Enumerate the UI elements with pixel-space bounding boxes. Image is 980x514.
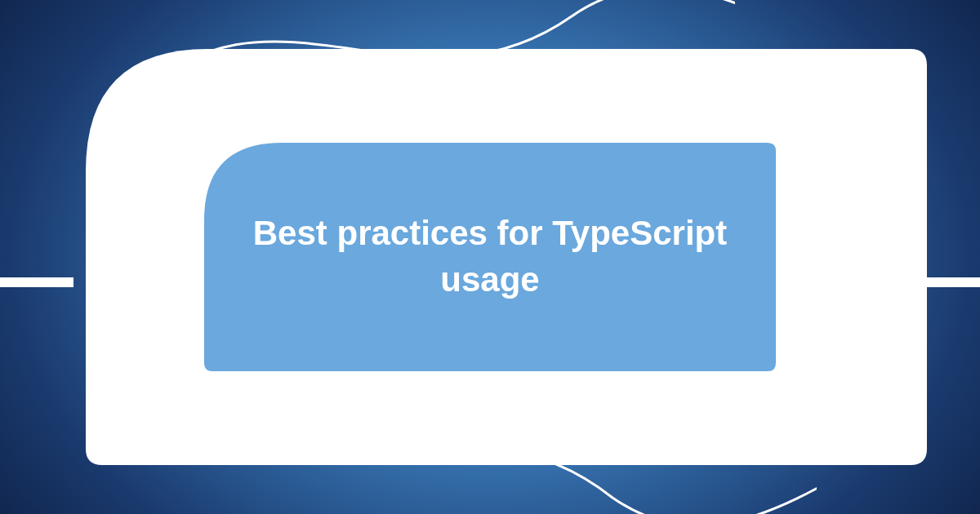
title-container: Best practices for TypeScript usage bbox=[204, 143, 776, 371]
card-title: Best practices for TypeScript usage bbox=[204, 210, 776, 303]
bg-stripe-right bbox=[923, 277, 980, 287]
bg-stripe-left bbox=[0, 277, 74, 287]
